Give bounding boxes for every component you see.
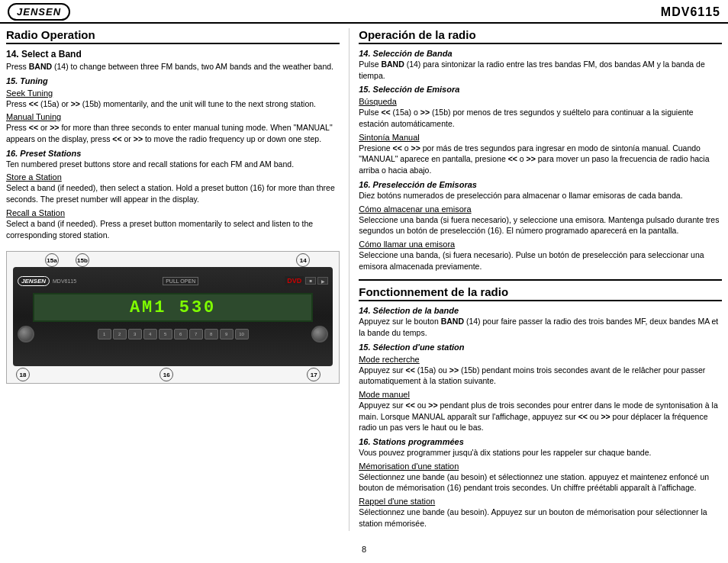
left-manual-tuning-para: Press << or >> for more than three secon… — [6, 122, 340, 144]
right-item-16-es: 16. Preselección de Emisoras Diez botóns… — [359, 180, 722, 272]
left-recall-station-para: Select a band (if needed). Press a prese… — [6, 218, 340, 240]
model-number: MDV6115 — [661, 5, 720, 19]
left-item-16-title: 16. Preset Stations — [6, 149, 340, 158]
right-llamar-label: Cómo llamar una emisora — [359, 240, 722, 249]
device-preset-buttons: 1 2 3 4 5 6 7 8 9 10 — [34, 329, 311, 339]
right-item-15-es: 15. Selección de Emisora Búsqueda Pulse … — [359, 85, 722, 175]
right-busqueda-label: Búsqueda — [359, 97, 722, 106]
preset-btn-2: 2 — [113, 329, 127, 339]
right-item-16-es-title: 16. Preselección de Emisoras — [359, 180, 722, 189]
preset-btn-6: 6 — [174, 329, 188, 339]
right-item-15-fr-title: 15. Sélection d'une station — [359, 343, 722, 352]
callout-15b: 15b — [76, 253, 89, 267]
preset-btn-7: 7 — [189, 329, 203, 339]
right-memorisation-label: Mémorisation d'une station — [359, 462, 722, 471]
left-store-station-para: Select a band (if needed), then select a… — [6, 182, 340, 204]
preset-btn-9: 9 — [220, 329, 234, 339]
left-column: Radio Operation 14. Select a Band Press … — [6, 28, 350, 531]
right-mode-recherche-label: Mode recherche — [359, 355, 722, 364]
right-item-15-es-title: 15. Selección de Emisora — [359, 85, 722, 94]
left-item-16: 16. Preset Stations Ten numbered preset … — [6, 149, 340, 240]
right-item-16-fr-para: Vous pouvez programmer jusqu'à dix stati… — [359, 447, 722, 458]
right-item-15-fr: 15. Sélection d'une station Mode recherc… — [359, 343, 722, 433]
preset-btn-5: 5 — [159, 329, 172, 339]
right-memorisation-para: Sélectionnez une bande (au besoin) et sé… — [359, 471, 722, 494]
right-item-16-es-para: Diez botóns numerados de preselección pa… — [359, 190, 722, 201]
device-control-row: 1 2 3 4 5 6 7 8 9 10 — [18, 326, 328, 343]
right-item-16-fr-title: 16. Stations programmées — [359, 437, 722, 446]
right-item-14-es-title: 14. Selección de Banda — [359, 49, 722, 58]
left-item-14: 14. Select a Band Press BAND (14) to cha… — [6, 49, 340, 72]
device-right-knob — [311, 326, 328, 343]
right-almacenar-para: Seleccione una banda (si fuera necesario… — [359, 214, 722, 236]
preset-btn-3: 3 — [128, 329, 142, 339]
left-seek-tuning-label: Seek Tuning — [6, 88, 340, 98]
device-top-row: JENSEN MDV6115 PULL OPEN DVD ■ ▶ — [18, 270, 328, 291]
right-almacenar-label: Cómo almacenar una emisora — [359, 204, 722, 214]
right-sintonia-para: Presione << o >> por más de tres segundo… — [359, 143, 722, 176]
right-mode-manuel-label: Mode manuel — [359, 390, 722, 399]
left-item-14-para: Press BAND (14) to change between three … — [6, 61, 340, 72]
left-recall-station-label: Recall a Station — [6, 208, 340, 217]
callout-18: 18 — [16, 368, 30, 381]
left-section-title: Radio Operation — [6, 28, 340, 44]
right-mode-manuel-para: Appuyez sur << ou >> pendant plus de tro… — [359, 400, 722, 433]
right-sintonia-label: Sintonía Manual — [359, 133, 722, 142]
preset-btn-8: 8 — [205, 329, 218, 339]
device-icon2: ▶ — [317, 277, 328, 285]
page-number: 8 — [357, 540, 371, 558]
french-separator — [359, 279, 722, 281]
right-item-14-fr: 14. Sélection de la bande Appuyez sur le… — [359, 306, 722, 338]
right-mode-recherche-para: Appuyez sur << (15a) ou >> (15b) pendant… — [359, 365, 722, 387]
device-body: JENSEN MDV6115 PULL OPEN DVD ■ ▶ AM1 530 — [13, 267, 333, 366]
right-item-14-fr-title: 14. Sélection de la bande — [359, 306, 722, 315]
left-manual-tuning-label: Manual Tuning — [6, 112, 340, 121]
preset-btn-10: 10 — [235, 329, 249, 339]
right-item-16-fr: 16. Stations programmées Vous pouvez pro… — [359, 437, 722, 529]
device-pull-open: PULL OPEN — [163, 277, 198, 285]
right-item-14-es: 14. Selección de Banda Pulse BAND (14) p… — [359, 49, 722, 81]
left-item-15-title: 15. Tuning — [6, 76, 340, 85]
right-section-title-1: Operación de la radio — [359, 28, 722, 44]
right-column: Operación de la radio 14. Selección de B… — [350, 28, 722, 531]
device-icon1: ■ — [305, 277, 316, 285]
preset-btn-4: 4 — [143, 329, 157, 339]
right-llamar-para: Seleccione una banda, (si fuera necesari… — [359, 249, 722, 272]
device-display-text: AM1 530 — [130, 298, 216, 317]
callout-16: 16 — [159, 368, 173, 381]
right-busqueda-para: Pulse << (15a) o >> (15b) por menos de t… — [359, 107, 722, 129]
jensen-logo: JENSEN — [8, 3, 70, 21]
device-left-knob — [18, 326, 34, 343]
left-store-station-label: Store a Station — [6, 172, 340, 182]
right-rappel-label: Rappel d'une station — [359, 497, 722, 506]
device-illustration: 15a 15b 14 JENSEN MDV6115 PULL OPEN DVD — [6, 251, 340, 384]
device-dvd-badge: DVD — [285, 276, 304, 285]
page: JENSEN MDV6115 Radio Operation 14. Selec… — [0, 0, 728, 563]
left-seek-tuning-para: Press << (15a) or >> (15b) momentarily, … — [6, 98, 340, 110]
right-rappel-para: Sélectionnez une bande (au besoin). Appu… — [359, 507, 722, 529]
preset-btn-1: 1 — [98, 329, 111, 339]
right-item-14-fr-para: Appuyez sur le bouton BAND (14) pour fai… — [359, 316, 722, 338]
right-section-title-2: Fonctionnement de la radio — [359, 285, 722, 301]
device-model-small: MDV6115 — [53, 278, 76, 284]
left-item-14-title: 14. Select a Band — [6, 49, 340, 60]
header: JENSEN MDV6115 — [0, 0, 728, 24]
device-display: AM1 530 — [33, 293, 313, 322]
callout-17: 17 — [307, 368, 321, 381]
callout-14: 14 — [296, 253, 310, 267]
device-jensen-logo: JENSEN — [18, 276, 50, 286]
callout-15a: 15a — [45, 253, 59, 267]
device-top-right: DVD ■ ▶ — [285, 276, 328, 285]
left-item-16-para: Ten numbered preset buttons store and re… — [6, 159, 340, 170]
content-columns: Radio Operation 14. Select a Band Press … — [0, 28, 728, 531]
left-item-15: 15. Tuning Seek Tuning Press << (15a) or… — [6, 76, 340, 145]
right-item-14-es-para: Pulse BAND (14) para sintonizar la radio… — [359, 59, 722, 81]
